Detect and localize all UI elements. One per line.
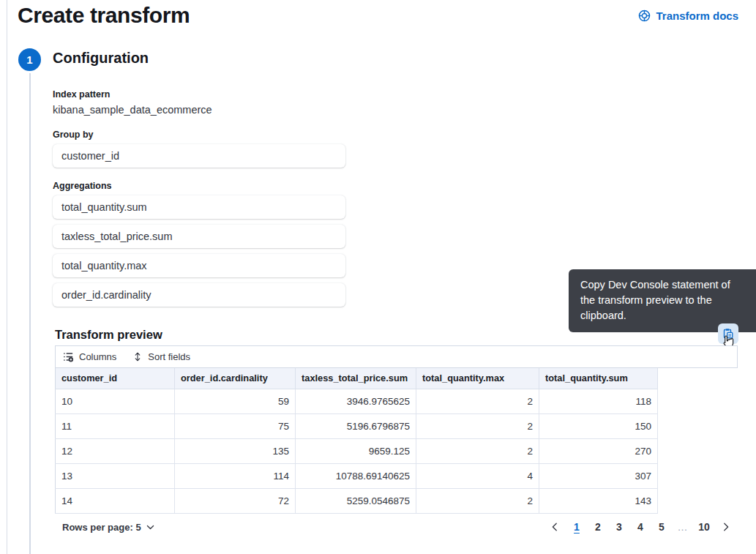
- pagination-page-2[interactable]: 2: [589, 520, 607, 534]
- grid-cell[interactable]: 3946.9765625: [296, 389, 416, 413]
- column-header-customer_id[interactable]: customer_id: [56, 368, 175, 389]
- grid-cell[interactable]: 2: [416, 438, 539, 463]
- data-grid-toolbar: Columns Sort fields: [55, 345, 738, 368]
- group-by-chip[interactable]: customer_id: [53, 144, 345, 168]
- aggregation-chip[interactable]: total_quantity.max: [53, 254, 345, 277]
- columns-list-add-icon: [63, 351, 74, 362]
- grid-cell[interactable]: 4: [416, 463, 539, 488]
- column-header-order_id.cardinality[interactable]: order_id.cardinality: [175, 368, 296, 389]
- column-header-total_quantity.sum[interactable]: total_quantity.sum: [539, 368, 658, 389]
- pagination-page-10[interactable]: 10: [695, 520, 713, 534]
- transform-preview-title: Transform preview: [55, 328, 162, 342]
- pagination: 12345…10: [545, 520, 736, 534]
- grid-cell[interactable]: 2: [416, 488, 539, 513]
- pagination-page-3[interactable]: 3: [610, 520, 628, 534]
- pagination-page-4[interactable]: 4: [632, 520, 649, 534]
- grid-cell[interactable]: 2: [416, 413, 539, 438]
- table-row: 14725259.05468752143: [56, 488, 658, 513]
- grid-cell[interactable]: 270: [539, 438, 658, 463]
- grid-cell[interactable]: 75: [175, 413, 296, 438]
- copy-tooltip-text: Copy Dev Console statement of the transf…: [580, 279, 730, 321]
- transform-preview-grid: Columns Sort fields customer_idorder_id.…: [55, 345, 738, 514]
- index-pattern-value: kibana_sample_data_ecommerce: [53, 104, 346, 116]
- grid-cell[interactable]: 135: [175, 438, 296, 463]
- aggregation-chip[interactable]: order_id.cardinality: [53, 283, 345, 307]
- grid-cell[interactable]: 10788.69140625: [296, 463, 416, 488]
- table-header-row: customer_idorder_id.cardinalitytaxless_t…: [56, 368, 658, 389]
- window-left-border: [7, 0, 7, 554]
- grid-footer: Rows per page: 5 12345…10: [62, 517, 736, 537]
- pagination-page-1[interactable]: 1: [568, 520, 585, 534]
- grid-cell[interactable]: 72: [175, 488, 296, 513]
- chevron-left-icon: [550, 522, 560, 532]
- grid-cell[interactable]: 118: [539, 389, 658, 413]
- rows-per-page-button[interactable]: Rows per page: 5: [62, 522, 155, 533]
- grid-cell[interactable]: 5259.0546875: [296, 488, 416, 513]
- column-header-taxless_total_price.sum[interactable]: taxless_total_price.sum: [296, 368, 416, 389]
- grid-cell[interactable]: 114: [175, 463, 296, 488]
- chevron-down-icon: [146, 523, 155, 532]
- page-title: Create transform: [18, 3, 190, 28]
- column-header-total_quantity.max[interactable]: total_quantity.max: [416, 368, 539, 389]
- previous-page-button[interactable]: [545, 522, 564, 532]
- aggregation-chip[interactable]: total_quantity.sum: [53, 195, 345, 219]
- grid-cell[interactable]: 12: [56, 438, 175, 463]
- grid-cell[interactable]: 5196.6796875: [296, 413, 416, 438]
- docs-link-label: Transform docs: [656, 10, 738, 22]
- step-number-badge: 1: [18, 48, 41, 71]
- grid-cell[interactable]: 150: [539, 413, 658, 438]
- sort-fields-button-label: Sort fields: [148, 351, 190, 362]
- aggregation-chip[interactable]: taxless_total_price.sum: [53, 225, 345, 248]
- grid-cell[interactable]: 9659.125: [296, 438, 416, 463]
- columns-button[interactable]: Columns: [63, 351, 116, 362]
- sort-fields-button[interactable]: Sort fields: [132, 351, 190, 362]
- pagination-page-5[interactable]: 5: [653, 520, 670, 534]
- pagination-ellipsis: …: [674, 520, 692, 534]
- preview-table: customer_idorder_id.cardinalitytaxless_t…: [55, 368, 658, 514]
- grid-cell[interactable]: 59: [175, 389, 296, 413]
- grid-cell[interactable]: 11: [56, 413, 175, 438]
- group-by-list: customer_id: [53, 144, 346, 168]
- transform-docs-link[interactable]: Transform docs: [638, 10, 738, 22]
- grid-cell[interactable]: 2: [416, 389, 539, 413]
- aggregations-label: Aggregations: [53, 181, 346, 191]
- grid-cell[interactable]: 10: [56, 389, 175, 413]
- rows-per-page-label: Rows per page: 5: [62, 522, 141, 533]
- group-by-label: Group by: [53, 130, 346, 140]
- columns-button-label: Columns: [79, 351, 116, 362]
- table-row: 11755196.67968752150: [56, 413, 658, 438]
- grid-cell[interactable]: 14: [56, 488, 175, 513]
- grid-cell[interactable]: 13: [56, 463, 175, 488]
- step-connector-line: [29, 73, 31, 554]
- double-arrow-sort-icon: [132, 351, 143, 362]
- configuration-form: Index pattern kibana_sample_data_ecommer…: [53, 89, 346, 312]
- table-row: 121359659.1252270: [56, 438, 658, 463]
- docs-icon: [638, 10, 651, 22]
- table-row: 10593946.97656252118: [56, 389, 658, 413]
- grid-cell[interactable]: 143: [539, 488, 658, 513]
- next-page-button[interactable]: [716, 522, 736, 532]
- grid-cell[interactable]: 307: [539, 463, 658, 488]
- step-title: Configuration: [53, 50, 149, 67]
- chevron-right-icon: [721, 522, 731, 532]
- table-row: 1311410788.691406254307: [56, 463, 658, 488]
- index-pattern-label: Index pattern: [53, 89, 346, 100]
- aggregations-list: total_quantity.sumtaxless_total_price.su…: [53, 195, 346, 307]
